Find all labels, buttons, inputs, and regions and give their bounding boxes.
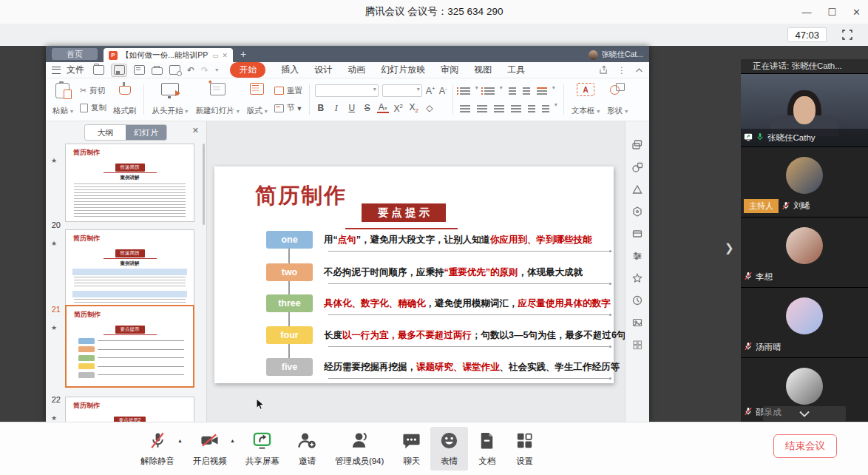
toolbar-emoji[interactable]: 表情 xyxy=(430,427,468,471)
duplicate-slide-icon[interactable] xyxy=(631,139,643,151)
maximize-button[interactable]: ☐ xyxy=(827,7,836,18)
font-family-select[interactable] xyxy=(315,84,379,97)
copy-button[interactable]: 复制 xyxy=(80,103,106,113)
slide-thumbnail-partial[interactable]: 简历制作投递简历案例讲解 xyxy=(65,144,194,222)
play-from-start-button[interactable]: 从头开始 ▾ xyxy=(148,81,191,118)
section-button[interactable]: 节 ▾ xyxy=(274,103,302,113)
increase-indent-icon[interactable] xyxy=(523,87,530,89)
menu-item-视图[interactable]: 视图 xyxy=(474,64,492,76)
menu-item-动画[interactable]: 动画 xyxy=(347,64,365,76)
textbox-button[interactable]: A 文本框 ▾ xyxy=(568,81,603,118)
subscript-icon[interactable]: X2 xyxy=(408,102,420,114)
caret-up-icon[interactable]: ▲ xyxy=(230,438,235,443)
save-button[interactable] xyxy=(111,64,127,77)
slide-thumbnail-22[interactable]: 简历制作要点提示2 xyxy=(65,397,194,422)
panel-scrollbar[interactable] xyxy=(203,144,205,225)
align-right-icon[interactable] xyxy=(494,105,504,107)
close-tab-icon[interactable]: ✕ xyxy=(223,52,228,59)
hamburger-icon[interactable] xyxy=(52,67,61,74)
collapse-ribbon-icon[interactable] xyxy=(635,67,643,73)
text-direction-icon[interactable] xyxy=(537,87,547,89)
caret-up-icon[interactable]: ▲ xyxy=(177,438,183,443)
bullets-icon[interactable] xyxy=(460,87,470,89)
participant-tile-汤雨晴[interactable]: 汤雨晴 xyxy=(741,287,868,357)
justify-icon[interactable] xyxy=(511,105,521,107)
history-clock-icon[interactable] xyxy=(631,294,643,306)
slide-thumbnail-21[interactable]: 简历制作要点提示 xyxy=(65,305,194,388)
print-preview-icon[interactable] xyxy=(169,65,180,75)
menu-file[interactable]: 文件 xyxy=(67,64,84,76)
tab-slides[interactable]: 幻灯片 xyxy=(126,125,166,140)
decrease-font-icon[interactable]: A- xyxy=(439,85,447,96)
collapse-tiles-button[interactable] xyxy=(763,406,846,421)
participant-tile-李想[interactable]: 李想 xyxy=(741,217,868,287)
close-button[interactable]: ✕ xyxy=(852,7,861,18)
wps-account[interactable]: 张晓佳Cat... xyxy=(589,50,643,60)
italic-icon[interactable]: I xyxy=(330,103,342,114)
font-color-icon[interactable]: A▾ xyxy=(377,103,389,113)
shapes-button[interactable]: 形状 ▾ xyxy=(603,81,631,118)
line-spacing-icon[interactable] xyxy=(542,105,549,107)
toolbar-share-screen[interactable]: 共享屏幕 xyxy=(237,427,288,471)
reset-slide-button[interactable]: 重置 xyxy=(274,86,302,96)
menu-item-审阅[interactable]: 审阅 xyxy=(441,64,458,76)
cut-button[interactable]: ✂剪切 xyxy=(80,86,106,96)
print-icon[interactable] xyxy=(152,67,163,75)
strikethrough-icon[interactable]: S xyxy=(362,103,373,113)
tab-document[interactable]: P 【如何做一份...能培训PPT ▭ ✕ xyxy=(104,48,233,62)
font-size-select[interactable] xyxy=(382,84,422,97)
format-painter-button[interactable]: 格式刷 xyxy=(109,81,140,118)
panel-close-icon[interactable]: ✕ xyxy=(192,126,199,135)
smartart-icon[interactable] xyxy=(631,206,643,218)
expand-participants-arrow[interactable]: ❯ xyxy=(725,241,734,255)
increase-font-icon[interactable]: A+ xyxy=(426,85,435,96)
effects-star-icon[interactable] xyxy=(631,272,643,284)
undo-icon[interactable]: ↶ xyxy=(187,65,194,75)
bold-icon[interactable]: B xyxy=(315,103,327,113)
open-file-icon[interactable] xyxy=(93,65,104,75)
tab-outline[interactable]: 大纲 xyxy=(85,125,126,140)
quickbar-caret-icon[interactable]: ▾ xyxy=(215,67,218,73)
menu-item-设计[interactable]: 设计 xyxy=(314,64,332,76)
toolbar-invite[interactable]: 邀请 xyxy=(288,427,326,471)
toolbar-camera-off[interactable]: 开启视频 xyxy=(184,427,236,471)
participant-tile-张晓佳Cathy[interactable]: 张晓佳Cathy xyxy=(741,73,868,146)
shapes-panel-icon[interactable] xyxy=(631,161,643,173)
decrease-indent-icon[interactable] xyxy=(509,87,516,89)
superscript-icon[interactable]: X2 xyxy=(393,103,404,114)
align-left-icon[interactable] xyxy=(460,105,470,107)
export-icon[interactable] xyxy=(134,65,145,75)
toolbar-doc[interactable]: 文档 xyxy=(468,427,506,471)
participant-tile-邵泉成[interactable]: 邵泉成 xyxy=(741,357,868,422)
toolbar-settings[interactable]: 设置 xyxy=(506,427,543,471)
menu-item-工具[interactable]: 工具 xyxy=(507,64,525,76)
new-tab-button[interactable]: + xyxy=(240,48,246,60)
minimize-button[interactable]: — xyxy=(801,7,811,18)
redo-icon[interactable]: ↷ xyxy=(201,65,208,75)
settings-sliders-icon[interactable] xyxy=(631,250,643,262)
menu-item-插入[interactable]: 插入 xyxy=(281,64,299,76)
participant-tile-刘晞[interactable]: 主持人刘晞 xyxy=(741,146,868,217)
tab-home[interactable]: 首页 xyxy=(52,48,98,60)
toolbar-chat[interactable]: 聊天 xyxy=(393,427,430,471)
toolbar-mic-muted[interactable]: 解除静音 xyxy=(132,427,183,471)
toolbar-members[interactable]: 管理成员(94) xyxy=(326,427,393,471)
fullscreen-button[interactable] xyxy=(840,27,855,42)
clear-format-icon[interactable]: ◇ xyxy=(424,103,435,113)
new-slide-button[interactable]: 新建幻灯片 ▾ xyxy=(191,81,243,118)
slide-thumbnail-20[interactable]: 简历制作投递简历案例讲解 xyxy=(65,229,194,314)
current-slide[interactable]: 简历制作 要点提示 one用“点句”，避免用大段文字，让别人知道你应用到、学到哪… xyxy=(214,166,614,383)
end-meeting-button[interactable]: 结束会议 xyxy=(773,434,837,458)
numbering-icon[interactable] xyxy=(484,87,495,89)
menu-item-开始[interactable]: 开始 xyxy=(230,62,265,78)
paste-button[interactable]: 粘贴 ▾ xyxy=(49,81,77,118)
menu-item-幻灯片放映[interactable]: 幻灯片放映 xyxy=(381,64,425,76)
flowchart-icon[interactable] xyxy=(631,183,643,195)
grid-panel-icon[interactable] xyxy=(631,339,643,351)
more-menu-icon[interactable]: ⋮ xyxy=(617,65,626,75)
pin-tab-icon[interactable]: ▭ xyxy=(212,52,219,59)
slide-layout-button[interactable]: 版式 ▾ xyxy=(243,81,271,118)
share-doc-icon[interactable] xyxy=(599,65,608,75)
distribute-icon[interactable] xyxy=(528,105,535,107)
align-center-icon[interactable] xyxy=(477,105,487,107)
